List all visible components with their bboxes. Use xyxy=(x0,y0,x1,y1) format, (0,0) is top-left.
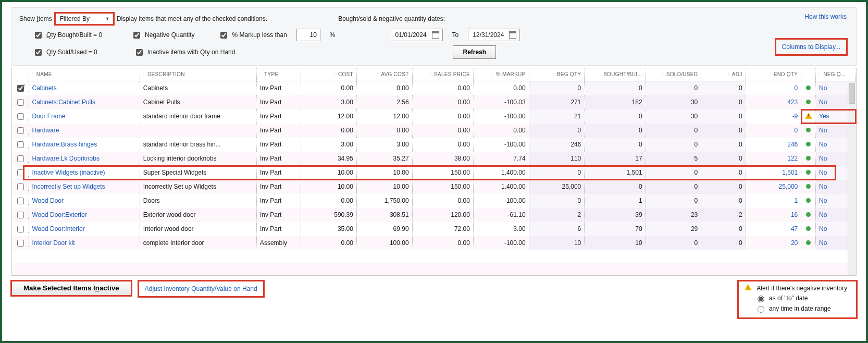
avg-cost-cell: 10.00 xyxy=(356,180,412,194)
end-qty-cell[interactable]: 0 xyxy=(746,81,801,95)
name-cell[interactable]: Door Frame xyxy=(29,109,140,124)
columns-to-display-link[interactable]: Columns to Display... xyxy=(776,39,847,55)
make-inactive-button[interactable]: Make Selected Items Inactive xyxy=(11,281,131,296)
alert-opt-range[interactable]: any time in date range xyxy=(755,304,847,313)
name-cell[interactable]: Hardware:Lk Doorknobs xyxy=(29,152,140,166)
alert-opt-as-of[interactable]: as of "to" date xyxy=(755,294,847,302)
row-checkbox[interactable] xyxy=(17,212,24,218)
markup-cell: -100.00 xyxy=(473,138,529,152)
cost-cell: 34.95 xyxy=(301,152,357,166)
end-qty-cell[interactable]: 1 xyxy=(746,194,801,208)
table-row[interactable]: Cabinets:Cabinet PullsCabinet PullsInv P… xyxy=(12,95,856,109)
warning-icon xyxy=(805,113,812,119)
desc-cell: Locking interior doorknobs xyxy=(140,152,256,166)
filter-explain-label: Display items that meet any of the check… xyxy=(117,15,267,22)
markup-value-input[interactable] xyxy=(296,29,320,41)
adjust-inventory-link[interactable]: Adjust Inventory Quantity/Value on Hand xyxy=(139,281,264,297)
cost-cell: 3.00 xyxy=(301,95,357,109)
show-items-dropdown[interactable]: Filtered By ▼ xyxy=(55,13,114,24)
end-qty-cell[interactable]: 20 xyxy=(746,236,801,250)
end-qty-cell[interactable]: -9 xyxy=(746,109,801,124)
cost-cell: 0.00 xyxy=(301,81,357,95)
alert-label: Alert if there's negative inventory xyxy=(757,285,847,292)
chk-negative-qty[interactable]: Negative Quantity xyxy=(131,30,194,40)
end-qty-cell[interactable]: 47 xyxy=(746,222,801,236)
date-to-input[interactable]: 12/31/2024 xyxy=(468,29,520,41)
cost-cell: 0.00 xyxy=(301,124,357,138)
desc-cell: Cabinets xyxy=(140,81,256,95)
end-qty-cell[interactable]: 122 xyxy=(746,152,801,166)
type-cell: Inv Part xyxy=(256,152,301,166)
row-checkbox[interactable] xyxy=(17,226,24,232)
table-row[interactable]: Wood DoorDoorsInv Part0.001,750.000.00-1… xyxy=(12,194,856,208)
name-cell[interactable]: Inactive Widgets (inactive) xyxy=(29,166,140,180)
row-checkbox[interactable] xyxy=(17,85,24,92)
row-checkbox[interactable] xyxy=(17,113,24,120)
row-checkbox[interactable] xyxy=(17,141,24,148)
beg-qty-cell: 0 xyxy=(529,194,585,208)
table-row[interactable]: Hardware:Brass hingesstandard interior b… xyxy=(12,138,856,152)
chk-qty-sold[interactable]: Qty Sold/Used = 0 xyxy=(33,47,97,57)
name-cell[interactable]: Interior Door kit xyxy=(29,236,140,250)
markup-cell: 7.74 xyxy=(473,152,529,166)
chk-markup[interactable]: % Markup less than xyxy=(218,30,287,40)
markup-cell: 1,400.00 xyxy=(473,180,529,194)
end-qty-cell[interactable]: 1,501 xyxy=(746,166,801,180)
table-row[interactable]: Hardware:Lk DoorknobsLocking interior do… xyxy=(12,152,856,166)
row-checkbox[interactable] xyxy=(17,127,24,134)
end-qty-cell[interactable]: 0 xyxy=(746,124,801,138)
type-cell: Inv Part xyxy=(256,208,301,222)
end-qty-cell[interactable]: 25,000 xyxy=(746,180,801,194)
table-row[interactable]: Wood Door:ExteriorExterior wood doorInv … xyxy=(12,208,856,222)
row-checkbox[interactable] xyxy=(17,99,24,106)
avg-cost-cell: 1,750.00 xyxy=(356,194,412,208)
table-row[interactable]: Wood Door:InteriorInterior wood doorInv … xyxy=(12,222,856,236)
beg-qty-cell: 0 xyxy=(529,81,585,95)
how-this-works-link[interactable]: How this works xyxy=(804,13,847,20)
status-icon-cell xyxy=(801,166,816,180)
vertical-scrollbar[interactable] xyxy=(848,82,856,275)
calendar-icon[interactable] xyxy=(509,31,516,39)
chk-qty-bought[interactable]: Qty Bought/Built = 0 xyxy=(33,30,102,40)
name-cell[interactable]: Wood Door:Exterior xyxy=(29,208,140,222)
calendar-icon[interactable] xyxy=(432,31,439,39)
markup-cell: -61.10 xyxy=(473,208,529,222)
sales-price-cell: 72.00 xyxy=(412,222,473,236)
avg-cost-cell: 10.00 xyxy=(356,166,412,180)
desc-cell: complete Interior door xyxy=(140,236,256,250)
table-row[interactable]: Incorrectly Set up WidgetsIncorrectly Se… xyxy=(12,180,856,194)
beg-qty-cell: 0 xyxy=(529,166,585,180)
row-checkbox[interactable] xyxy=(17,198,24,204)
markup-cell: -100.00 xyxy=(473,194,529,208)
name-cell[interactable]: Wood Door:Interior xyxy=(29,222,140,236)
name-cell[interactable]: Wood Door xyxy=(29,194,140,208)
name-cell[interactable]: Hardware:Brass hinges xyxy=(29,138,140,152)
end-qty-cell[interactable]: 423 xyxy=(746,95,801,109)
chk-inactive[interactable]: Inactive items with Qty on Hand xyxy=(134,47,235,57)
name-cell[interactable]: Hardware xyxy=(29,124,140,138)
adj-cell: 0 xyxy=(701,124,746,138)
table-row[interactable]: Inactive Widgets (inactive)Super Special… xyxy=(12,166,856,180)
table-row[interactable]: Interior Door kitcomplete Interior doorA… xyxy=(12,236,856,250)
date-from-input[interactable]: 01/01/2024 xyxy=(391,29,443,41)
end-qty-cell[interactable]: 16 xyxy=(746,208,801,222)
sold-cell: 0 xyxy=(646,180,701,194)
row-checkbox[interactable] xyxy=(17,169,24,176)
refresh-button[interactable]: Refresh xyxy=(453,45,496,59)
table-row[interactable]: Door Framestandard interior door frameIn… xyxy=(12,109,856,124)
status-icon-cell xyxy=(801,208,816,222)
table-row[interactable]: CabinetsCabinetsInv Part0.000.000.000.00… xyxy=(12,81,856,95)
ok-dot-icon xyxy=(806,128,811,132)
name-cell[interactable]: Incorrectly Set up Widgets xyxy=(29,180,140,194)
row-checkbox[interactable] xyxy=(17,183,24,190)
end-qty-cell[interactable]: 246 xyxy=(746,138,801,152)
table-row[interactable]: HardwareInv Part0.000.000.000.0000000No xyxy=(12,124,856,138)
name-cell[interactable]: Cabinets:Cabinet Pulls xyxy=(29,95,140,109)
ok-dot-icon xyxy=(806,184,811,189)
row-checkbox[interactable] xyxy=(17,155,24,162)
beg-qty-cell: 110 xyxy=(529,152,585,166)
desc-cell: Cabinet Pulls xyxy=(140,95,256,109)
bought-cell: 70 xyxy=(585,222,646,236)
row-checkbox[interactable] xyxy=(17,240,24,247)
name-cell[interactable]: Cabinets xyxy=(29,81,140,95)
